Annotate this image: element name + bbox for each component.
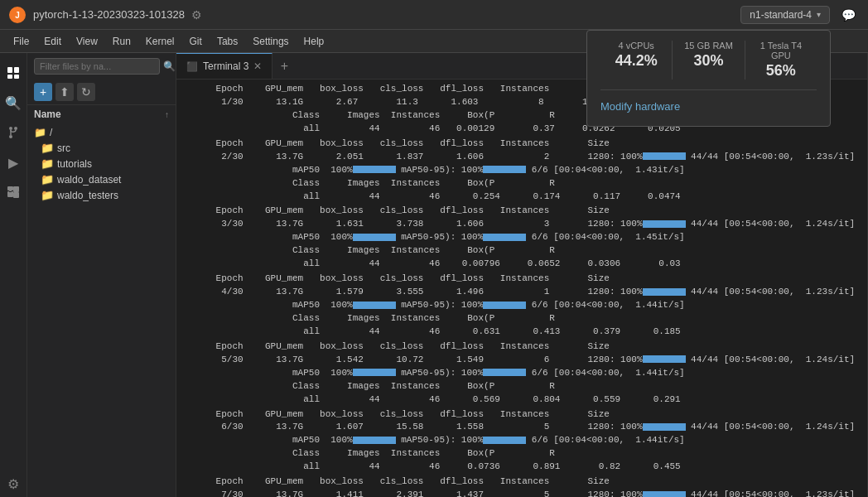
epoch-row: Epoch GPU_mem box_loss cls_loss dfl_loss… — [183, 138, 861, 204]
sidebar-icon-git[interactable] — [0, 119, 27, 146]
ram-label: 15 GB RAM — [682, 41, 734, 51]
terminal-line: Class Images Instances Box(P R — [183, 244, 861, 258]
menu-tabs[interactable]: Tabs — [210, 33, 244, 50]
list-item[interactable]: 📁 tutorials — [27, 156, 176, 171]
sidebar-icon-search[interactable]: 🔍 — [0, 89, 27, 116]
resource-dropdown[interactable]: n1-standard-4 ▾ — [740, 6, 830, 24]
chevron-down-icon: ▾ — [817, 10, 821, 19]
terminal-content[interactable]: Epoch GPU_mem box_loss cls_loss dfl_loss… — [176, 80, 867, 497]
menu-edit[interactable]: Edit — [37, 33, 68, 50]
terminal-line: mAP50 100% mAP50-95): 100% 6/6 [00:04<00… — [183, 299, 861, 312]
terminal-line: Epoch GPU_mem box_loss cls_loss dfl_loss… — [183, 273, 861, 286]
file-name-header: Name ↑ — [27, 105, 176, 123]
resource-label: n1-standard-4 — [750, 9, 812, 21]
root-label: / — [50, 127, 52, 138]
ram-value: 30% — [682, 52, 734, 70]
refresh-button[interactable]: ↻ — [77, 83, 95, 101]
epoch-row: Epoch GPU_mem box_loss cls_loss dfl_loss… — [183, 475, 861, 497]
tab-terminal-3[interactable]: ⬛ Terminal 3 ✕ — [176, 53, 272, 79]
file-root[interactable]: 📁 / — [27, 125, 176, 140]
tab-label: Terminal 3 — [203, 60, 248, 72]
list-item[interactable]: 📁 waldo_dataset — [27, 171, 176, 187]
terminal-line: Class Images Instances Box(P R — [183, 312, 861, 326]
item-label: waldo_dataset — [57, 174, 121, 186]
sidebar-icon-files[interactable] — [0, 60, 27, 86]
terminal-line: Epoch GPU_mem box_loss cls_loss dfl_loss… — [183, 205, 861, 218]
window-title: pytorch-1-13-20230323-101328 — [33, 8, 185, 21]
folder-icon: 📁 — [41, 189, 54, 201]
terminal-line: 2/30 13.7G 2.051 1.837 1.606 2 1280: 100… — [183, 151, 861, 164]
epoch-row: Epoch GPU_mem box_loss cls_loss dfl_loss… — [183, 408, 861, 475]
menu-file[interactable]: File — [7, 33, 36, 50]
svg-point-6 — [9, 127, 12, 130]
hardware-popup: 4 vCPUs 44.2% 15 GB RAM 30% 1 Tesla T4 G… — [586, 30, 831, 127]
folder-root-icon: 📁 — [34, 127, 46, 138]
tab-add-button[interactable]: + — [272, 53, 296, 79]
menu-git[interactable]: Git — [183, 33, 209, 50]
list-item[interactable]: 📁 src — [27, 140, 176, 156]
title-bar: J pytorch-1-13-20230323-101328 ⚙ n1-stan… — [0, 0, 868, 30]
terminal-line: 3/30 13.7G 1.631 3.738 1.606 3 1280: 100… — [183, 218, 861, 231]
terminal-line: all 44 46 0.631 0.413 0.379 0.185 — [183, 326, 861, 339]
upload-button[interactable]: ⬆ — [55, 83, 74, 101]
terminal-line: 6/30 13.7G 1.607 15.58 1.558 5 1280: 100… — [183, 421, 861, 434]
gpu-value: 56% — [755, 62, 807, 80]
terminal-line: Epoch GPU_mem box_loss cls_loss dfl_loss… — [183, 408, 861, 422]
folder-icon: 📁 — [41, 157, 54, 170]
cpu-stat: 4 vCPUs 44.2% — [600, 41, 673, 80]
file-toolbar: + ⬆ ↻ — [27, 80, 176, 105]
terminal-line: Class Images Instances Box(P R — [183, 447, 861, 461]
search-icon: 🔍 — [163, 60, 176, 72]
item-label: waldo_testers — [57, 190, 118, 201]
new-file-button[interactable]: + — [34, 83, 52, 101]
terminal-line: all 44 46 0.0736 0.891 0.82 0.455 — [183, 461, 861, 474]
menu-help[interactable]: Help — [297, 33, 331, 50]
svg-rect-11 — [13, 186, 19, 192]
list-item[interactable]: 📁 waldo_testers — [27, 187, 176, 203]
terminal-line: 4/30 13.7G 1.579 3.555 1.496 1 1280: 100… — [183, 286, 861, 299]
terminal-line: all 44 46 0.569 0.804 0.559 0.291 — [183, 393, 861, 407]
sort-icon[interactable]: ↑ — [165, 110, 169, 119]
ram-stat: 15 GB RAM 30% — [673, 41, 745, 80]
terminal-line: all 44 46 0.00796 0.0652 0.0306 0.03 — [183, 258, 861, 271]
svg-point-8 — [14, 127, 17, 130]
app-logo: J — [8, 6, 27, 24]
svg-rect-10 — [7, 191, 13, 197]
menu-run[interactable]: Run — [106, 33, 137, 50]
folder-icon: 📁 — [41, 142, 54, 154]
svg-rect-3 — [14, 67, 19, 73]
menu-kernel[interactable]: Kernel — [139, 33, 181, 50]
file-tree: 📁 / 📁 src 📁 tutorials 📁 waldo_dataset 📁 … — [27, 123, 176, 205]
svg-rect-5 — [14, 75, 19, 79]
menu-settings[interactable]: Settings — [246, 33, 295, 50]
terminal-line: Epoch GPU_mem box_loss cls_loss dfl_loss… — [183, 475, 861, 489]
svg-rect-4 — [7, 75, 12, 79]
epoch-row: Epoch GPU_mem box_loss cls_loss dfl_loss… — [183, 273, 861, 339]
svg-rect-12 — [13, 192, 19, 198]
sidebar-icon-settings[interactable]: ⚙ — [0, 470, 27, 497]
file-panel-header: 🔍 — [27, 53, 176, 80]
terminal-line: 5/30 13.7G 1.542 10.72 1.549 6 1280: 100… — [183, 354, 861, 367]
tab-close-button[interactable]: ✕ — [253, 60, 262, 72]
terminal-line: mAP50 100% mAP50-95): 100% 6/6 [00:04<00… — [183, 367, 861, 380]
epoch-row: Epoch GPU_mem box_loss cls_loss dfl_loss… — [183, 205, 861, 271]
menu-view[interactable]: View — [70, 33, 104, 50]
terminal-line: Class Images Instances Box(P R — [183, 380, 861, 393]
sidebar-icon-extensions[interactable] — [0, 179, 27, 205]
terminal-line: Epoch GPU_mem box_loss cls_loss dfl_loss… — [183, 138, 861, 151]
item-label: src — [57, 142, 70, 154]
title-settings-icon[interactable]: ⚙ — [191, 8, 202, 22]
name-column-label: Name — [34, 109, 61, 120]
sidebar-icon-run[interactable]: ▶ — [0, 149, 27, 176]
item-label: tutorials — [57, 158, 92, 170]
terminal-line: mAP50 100% mAP50-95): 100% 6/6 [00:04<00… — [183, 164, 861, 177]
chat-icon[interactable]: 💬 — [837, 3, 860, 27]
terminal-line: mAP50 100% mAP50-95): 100% 6/6 [00:04<00… — [183, 434, 861, 447]
icon-sidebar: 🔍 ▶ ⚙ — [0, 53, 27, 497]
file-search-input[interactable] — [34, 58, 160, 75]
svg-point-7 — [9, 135, 12, 138]
epoch-row: Epoch GPU_mem box_loss cls_loss dfl_loss… — [183, 340, 861, 407]
file-panel: 🔍 + ⬆ ↻ Name ↑ 📁 / 📁 src 📁 tutorials — [27, 53, 176, 497]
gpu-stat: 1 Tesla T4 GPU 56% — [745, 41, 817, 80]
modify-hardware-button[interactable]: Modify hardware — [600, 99, 817, 114]
